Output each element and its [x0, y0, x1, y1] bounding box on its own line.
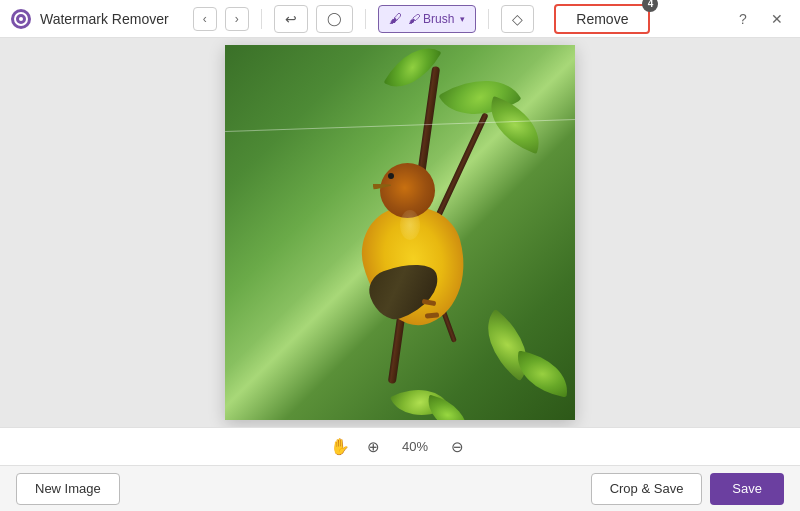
footer: New Image Crop & Save Save [0, 465, 800, 511]
toolbar-separator-3 [488, 9, 489, 29]
brush-button[interactable]: 🖌 🖌 Brush ▾ [378, 5, 477, 33]
canvas-area [0, 38, 800, 427]
undo-icon: ↩ [285, 11, 297, 27]
remove-button-wrap: Remove 4 [546, 4, 650, 34]
remove-badge: 4 [642, 0, 658, 12]
hand-tool-icon[interactable]: ✋ [330, 437, 350, 456]
brush-caret-icon: ▾ [460, 14, 465, 24]
lasso-icon: ◯ [327, 11, 342, 26]
zoom-in-icon: ⊕ [367, 438, 380, 456]
brush-icon: 🖌 [389, 11, 402, 26]
help-button[interactable]: ? [730, 6, 756, 32]
titlebar: Watermark Remover ‹ › ↩ ◯ 🖌 🖌 Brush ▾ ◇ [0, 0, 800, 38]
back-button[interactable]: ‹ [193, 7, 217, 31]
svg-point-2 [19, 17, 23, 21]
crop-save-button[interactable]: Crop & Save [591, 473, 703, 505]
titlebar-left: Watermark Remover ‹ › ↩ ◯ 🖌 🖌 Brush ▾ ◇ [10, 4, 650, 34]
eraser-button[interactable]: ◇ [501, 5, 534, 33]
undo-button[interactable]: ↩ [274, 5, 308, 33]
app-logo-icon [10, 8, 32, 30]
app-title: Watermark Remover [40, 11, 169, 27]
titlebar-right: ? ✕ [730, 6, 790, 32]
toolbar-separator-1 [261, 9, 262, 29]
zoom-out-icon: ⊖ [451, 438, 464, 456]
zoom-out-button[interactable]: ⊖ [444, 434, 470, 460]
footer-left: New Image [16, 473, 120, 505]
forward-button[interactable]: › [225, 7, 249, 31]
main-image[interactable] [225, 45, 575, 420]
eraser-icon: ◇ [512, 11, 523, 27]
lasso-button[interactable]: ◯ [316, 5, 353, 33]
new-image-button[interactable]: New Image [16, 473, 120, 505]
close-button[interactable]: ✕ [764, 6, 790, 32]
image-container [225, 45, 575, 420]
zoom-level: 40% [396, 439, 434, 454]
save-button[interactable]: Save [710, 473, 784, 505]
zoom-bar: ✋ ⊕ 40% ⊖ [0, 427, 800, 465]
toolbar-separator-2 [365, 9, 366, 29]
zoom-in-button[interactable]: ⊕ [360, 434, 386, 460]
brush-label: 🖌 Brush [406, 12, 455, 26]
remove-button[interactable]: Remove [554, 4, 650, 34]
footer-right: Crop & Save Save [591, 473, 784, 505]
